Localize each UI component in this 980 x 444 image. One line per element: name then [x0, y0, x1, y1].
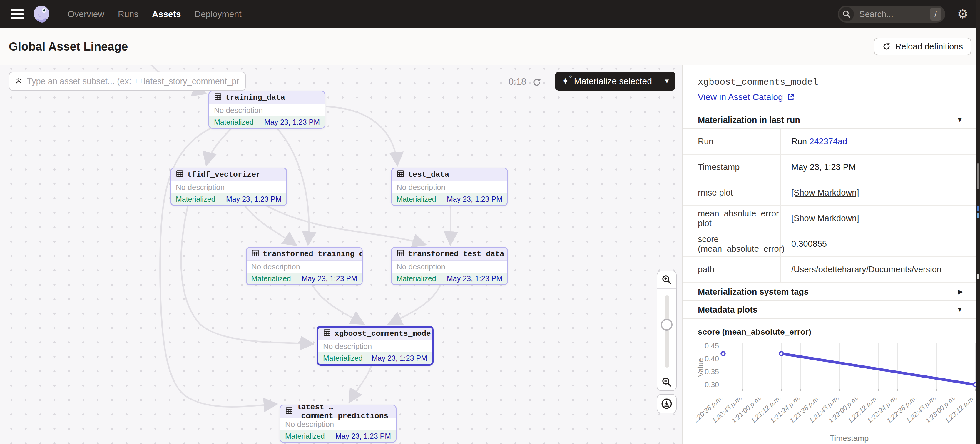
table-row: score (mean_absolute_error)0.300855	[683, 231, 976, 257]
asset-lineage-graph[interactable]: training_dataNo descriptionMaterializedM…	[0, 65, 682, 444]
asset-node-xgboost_comments_model[interactable]: xgboost_comments_modelNo descriptionMate…	[317, 326, 434, 366]
nav-link-runs[interactable]: Runs	[118, 9, 138, 19]
asset-node-test_data[interactable]: test_dataNo descriptionMaterializedMay 2…	[391, 168, 508, 206]
download-image-button[interactable]	[657, 394, 677, 414]
asset-node-status: Materialized	[176, 195, 215, 204]
download-icon	[661, 398, 673, 410]
table-icon	[396, 170, 404, 180]
section-title: Metadata plots	[698, 305, 757, 315]
materialize-selected-button[interactable]: ✦ Materialize selected ▼	[555, 72, 676, 91]
nav-link-assets[interactable]: Assets	[152, 9, 181, 19]
value-link[interactable]: [Show Markdown]	[791, 213, 859, 223]
section-title: Materialization system tags	[698, 287, 809, 297]
asset-node-header: transformed_training_data	[247, 248, 362, 261]
score-chart: 0.450.400.350.301:20:36 p.m.1:20:48 p.m.…	[683, 340, 976, 444]
top-nav: OverviewRunsAssetsDeployment Search... /…	[0, 0, 980, 28]
section-title: Materialization in last run	[698, 115, 800, 125]
table-icon	[323, 329, 331, 339]
search-input[interactable]: Search... /	[838, 6, 945, 23]
asset-subset-input[interactable]: Type an asset subset... (ex: ++latest_st…	[9, 72, 246, 91]
asset-node-timestamp[interactable]: May 23, 1:23 PM	[264, 118, 320, 126]
section-materialization-in-last-run[interactable]: Materialization in last run ▼	[683, 111, 976, 129]
svg-text:0.40: 0.40	[705, 355, 719, 363]
table-icon	[396, 249, 404, 259]
row-value: May 23, 1:23 PM	[781, 162, 976, 172]
asset-node-timestamp[interactable]: May 23, 1:23 PM	[447, 195, 502, 204]
refresh-icon[interactable]	[531, 77, 542, 88]
row-label: score (mean_absolute_error)	[683, 231, 781, 256]
asset-node-timestamp[interactable]: May 23, 1:23 PM	[336, 432, 391, 441]
reload-definitions-button[interactable]: Reload definitions	[874, 38, 971, 55]
asset-node-latest_…_comment_predictions[interactable]: latest_…_comment_predictionsNo descripti…	[280, 404, 396, 443]
asset-node-description: No description	[392, 261, 507, 272]
asset-node-transformed_test_data[interactable]: transformed_test_dataNo descriptionMater…	[391, 247, 508, 285]
asset-node-timestamp[interactable]: May 23, 1:23 PM	[447, 274, 502, 283]
slash-shortcut-badge: /	[930, 8, 941, 21]
asset-node-name: training_data	[226, 93, 285, 102]
reload-icon	[882, 42, 891, 51]
asset-node-footer: MaterializedMay 23, 1:23 PM	[171, 193, 286, 205]
value-link[interactable]: /Users/odetteharary/Documents/version	[791, 265, 942, 274]
view-in-asset-catalog-link[interactable]: View in Asset Catalog	[698, 92, 976, 102]
nav-link-deployment[interactable]: Deployment	[194, 9, 241, 19]
section-metadata-plots[interactable]: Metadata plots ▼	[683, 301, 976, 319]
asset-subset-placeholder: Type an asset subset... (ex: ++latest_st…	[27, 76, 239, 86]
asset-node-header: tfidf_vectorizer	[171, 169, 286, 181]
zoom-slider-track	[665, 295, 669, 368]
scrollbar-thumb[interactable]	[977, 164, 979, 189]
section-materialization-system-tags[interactable]: Materialization system tags ▶	[683, 283, 976, 301]
asset-node-name: transformed_training_data	[263, 250, 363, 258]
asset-node-description: No description	[318, 341, 432, 352]
svg-text:Value: Value	[696, 358, 705, 377]
row-value: Run 242374ad	[781, 137, 976, 146]
window-edge-strip	[976, 0, 980, 444]
asset-node-header: latest_…_comment_predictions	[280, 406, 396, 419]
row-label: path	[683, 257, 781, 282]
asset-node-transformed_training_data[interactable]: transformed_training_dataNo descriptionM…	[246, 247, 363, 285]
asset-node-footer: MaterializedMay 23, 1:23 PM	[392, 272, 507, 284]
asset-node-status: Materialized	[396, 195, 436, 204]
asset-node-header: training_data	[209, 91, 325, 104]
row-label: Run	[683, 129, 781, 154]
table-icon	[285, 407, 293, 417]
asset-node-header: test_data	[392, 169, 507, 181]
chevron-right-icon: ▶	[958, 288, 963, 296]
asset-node-status: Materialized	[396, 274, 436, 283]
materialize-dropdown-caret[interactable]: ▼	[659, 77, 676, 85]
search-placeholder: Search...	[859, 10, 930, 19]
row-label: rmse plot	[683, 180, 781, 205]
asset-node-header: xgboost_comments_model	[318, 328, 432, 341]
zoom-slider-handle[interactable]	[661, 319, 673, 331]
dagster-logo[interactable]	[32, 5, 51, 24]
asset-node-name: xgboost_comments_model	[334, 329, 434, 338]
run-id-link[interactable]: 242374ad	[809, 137, 847, 146]
asset-node-description: No description	[171, 181, 286, 193]
zoom-out-button[interactable]	[657, 374, 676, 390]
asset-node-timestamp[interactable]: May 23, 1:23 PM	[372, 354, 427, 363]
asset-node-timestamp[interactable]: May 23, 1:23 PM	[302, 274, 357, 283]
asset-node-tfidf_vectorizer[interactable]: tfidf_vectorizerNo descriptionMaterializ…	[170, 168, 287, 206]
table-icon	[251, 249, 259, 259]
asset-node-footer: MaterializedMay 23, 1:23 PM	[209, 116, 325, 128]
asset-node-timestamp[interactable]: May 23, 1:23 PM	[226, 195, 282, 204]
row-label: Timestamp	[683, 155, 781, 180]
svg-text:Timestamp: Timestamp	[830, 434, 869, 443]
hamburger-menu-icon[interactable]	[11, 9, 24, 19]
zoom-in-button[interactable]	[657, 271, 676, 288]
page-header: Global Asset Lineage Reload definitions	[0, 28, 980, 65]
sparkle-icon: ✦	[562, 76, 570, 87]
table-row: TimestampMay 23, 1:23 PM	[683, 155, 976, 180]
asset-node-training_data[interactable]: training_dataNo descriptionMaterializedM…	[208, 91, 325, 129]
zoom-slider[interactable]	[657, 288, 676, 374]
asset-node-footer: MaterializedMay 23, 1:23 PM	[247, 272, 362, 284]
asset-node-name: latest_…_comment_predictions	[297, 404, 391, 420]
gear-icon[interactable]: ⚙	[957, 8, 968, 20]
refresh-timer: 0:18	[509, 76, 526, 87]
nav-link-overview[interactable]: Overview	[68, 9, 104, 19]
asset-node-name: tfidf_vectorizer	[187, 170, 261, 179]
value-link[interactable]: [Show Markdown]	[791, 188, 859, 197]
svg-text:0.45: 0.45	[705, 342, 719, 350]
asset-node-footer: MaterializedMay 23, 1:23 PM	[392, 193, 507, 205]
materialize-selected-label: Materialize selected	[574, 76, 652, 86]
asset-node-description: No description	[247, 261, 362, 272]
